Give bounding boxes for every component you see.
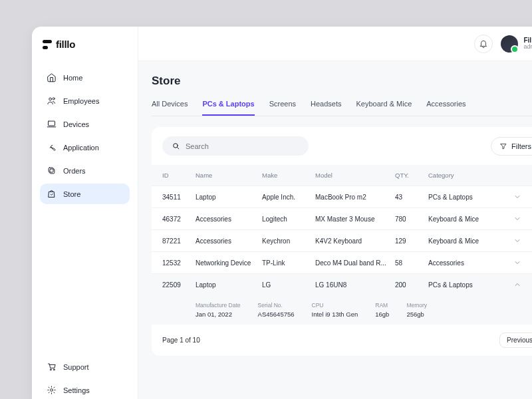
cell-qty: 58	[395, 259, 428, 267]
nav-label: Application	[63, 144, 99, 152]
tab-headsets[interactable]: Headsets	[311, 100, 341, 116]
table-row[interactable]: 22509 Laptop LG LG 16UN8 200 PCs & Lapto…	[152, 273, 532, 295]
table-row[interactable]: 87221 Accessories Keychron K4V2 Keyboard…	[152, 229, 532, 251]
cell-qty: 43	[395, 194, 428, 201]
cell-make: Logitech	[262, 215, 315, 223]
cell-qty: 200	[395, 281, 428, 289]
sidebar-item-settings[interactable]: Settings	[40, 380, 130, 399]
col-id: ID	[162, 172, 196, 179]
sidebar-item-employees[interactable]: Employees	[40, 90, 130, 111]
cell-make: LG	[262, 281, 315, 289]
gear-icon	[47, 385, 57, 395]
detail-value: Intel i9 13th Gen	[312, 311, 358, 318]
svg-point-7	[51, 389, 53, 392]
user-meta: Filllo admin	[523, 37, 532, 51]
cell-category: PCs & Laptops	[428, 281, 501, 289]
chevron-down-icon	[513, 259, 521, 267]
sidebar-item-orders[interactable]: Orders	[40, 160, 130, 181]
tab-keyboard-mice[interactable]: Keyboard & Mice	[356, 100, 412, 116]
tab-all-devices[interactable]: All Devices	[152, 100, 188, 116]
cell-model: Deco M4 Dual band R...	[315, 259, 395, 267]
row-detail: Manufacture Date Jan 01, 2022 Serial No.…	[152, 295, 532, 325]
col-model: Model	[315, 172, 395, 179]
expand-toggle[interactable]	[501, 237, 521, 245]
app-window: filllo Home Employees Devices Applicatio…	[32, 27, 532, 399]
filter-icon	[499, 142, 507, 150]
svg-rect-3	[50, 169, 55, 174]
user-role: admin	[523, 44, 532, 51]
cell-model: MX Master 3 Mouse	[315, 215, 395, 223]
detail-value: 256gb	[406, 311, 427, 318]
cell-qty: 129	[395, 237, 428, 245]
search-input[interactable]	[186, 142, 299, 150]
chevron-up-icon	[513, 281, 521, 289]
expand-toggle[interactable]	[501, 193, 521, 201]
col-name: Name	[196, 172, 262, 179]
store-table: ID Name Make Model QTY. Category 34511 L…	[152, 165, 532, 325]
col-category: Category	[428, 172, 501, 179]
previous-button[interactable]: Previous	[499, 332, 532, 348]
avatar	[501, 35, 518, 53]
nav-label: Employees	[63, 97, 99, 105]
page-status: Page 1 of 10	[162, 336, 200, 344]
chevron-down-icon	[513, 193, 521, 201]
tab-screens[interactable]: Screens	[269, 100, 296, 116]
wrench-icon	[47, 142, 57, 152]
cell-name: Laptop	[196, 281, 262, 289]
bell-icon	[479, 39, 488, 49]
svg-rect-4	[49, 168, 53, 172]
table-row[interactable]: 34511 Laptop Apple Inch. MacBook Pro m2 …	[152, 186, 532, 207]
tab-pcs-laptops[interactable]: PCs & Laptops	[202, 100, 254, 116]
detail-label: Manufacture Date	[196, 302, 241, 309]
chevron-down-icon	[513, 237, 521, 245]
laptop-icon	[47, 119, 57, 129]
detail-label: CPU	[312, 302, 358, 309]
nav-label: Support	[63, 363, 89, 371]
col-qty: QTY.	[395, 172, 428, 179]
tab-accessories[interactable]: Accessories	[426, 100, 466, 116]
detail-cpu: CPU Intel i9 13th Gen	[312, 302, 358, 318]
expand-toggle[interactable]	[501, 215, 521, 223]
bag-icon	[47, 189, 57, 199]
search-icon	[172, 142, 180, 150]
svg-point-6	[53, 369, 55, 370]
expand-toggle[interactable]	[501, 259, 521, 267]
table-row[interactable]: 46372 Accessories Logitech MX Master 3 M…	[152, 207, 532, 229]
user-menu[interactable]: Filllo admin	[501, 35, 532, 53]
svg-point-0	[49, 98, 52, 100]
cell-model: K4V2 Keyboard	[315, 237, 395, 245]
sidebar-item-application[interactable]: Application	[40, 137, 130, 158]
notifications-button[interactable]	[474, 35, 493, 53]
detail-label: Memory	[406, 302, 427, 309]
detail-ram: RAM 16gb	[375, 302, 389, 318]
col-make: Make	[262, 172, 315, 179]
cell-name: Networking Device	[196, 259, 262, 267]
tabs: All Devices PCs & Laptops Screens Headse…	[152, 100, 532, 116]
sidebar-item-store[interactable]: Store	[40, 184, 130, 204]
nav-label: Orders	[63, 167, 86, 175]
cell-id: 12532	[162, 259, 196, 267]
nav-label: Settings	[63, 386, 90, 394]
search-box[interactable]	[162, 136, 309, 156]
svg-point-8	[174, 144, 178, 148]
filters-label: Filters	[511, 142, 531, 150]
cell-id: 46372	[162, 215, 196, 223]
brand-logo[interactable]: filllo	[40, 39, 130, 50]
cell-name: Laptop	[196, 194, 262, 201]
cell-make: Keychron	[262, 237, 315, 245]
detail-label: RAM	[375, 302, 389, 309]
svg-point-1	[53, 98, 55, 100]
sidebar-item-home[interactable]: Home	[40, 67, 130, 88]
detail-value: Jan 01, 2022	[196, 311, 241, 318]
table-panel: Filters ID Name Make Model QTY. Category	[152, 127, 532, 356]
nav-label: Store	[63, 190, 80, 198]
nav-label: Home	[63, 74, 82, 82]
brand-name: filllo	[56, 39, 75, 50]
expand-toggle[interactable]	[501, 281, 521, 289]
table-row[interactable]: 12532 Networking Device TP-Link Deco M4 …	[152, 251, 532, 273]
filters-button[interactable]: Filters	[491, 137, 532, 156]
cell-qty: 780	[395, 215, 428, 223]
sidebar-item-devices[interactable]: Devices	[40, 114, 130, 134]
chevron-down-icon	[513, 215, 521, 223]
sidebar-item-support[interactable]: Support	[40, 356, 130, 377]
